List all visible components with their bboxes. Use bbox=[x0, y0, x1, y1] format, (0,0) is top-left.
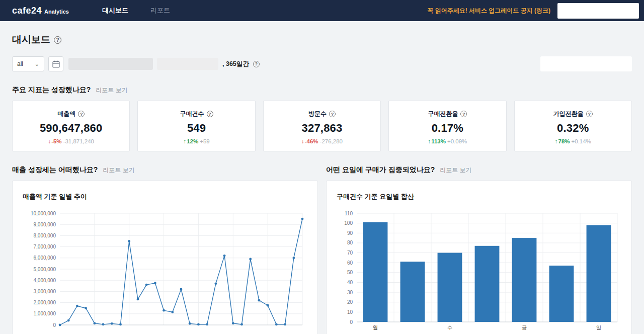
kpi-delta-pct: 113% bbox=[431, 138, 446, 144]
kpi-delta: ↑113%+0.09% bbox=[393, 138, 502, 144]
kpi-delta-abs: -31,871,240 bbox=[63, 138, 94, 144]
sales-report-link[interactable]: 리포트 보기 bbox=[103, 166, 134, 175]
svg-text:2,000,000: 2,000,000 bbox=[34, 300, 56, 305]
weekday-purchases-chart-title: 구매건수 기준 요일별 합산 bbox=[337, 192, 621, 201]
logo-text: cafe24 bbox=[12, 6, 42, 16]
navbar: cafe24 Analytics 대시보드 리포트 꼭 읽어주세요! 서비스 업… bbox=[0, 0, 644, 21]
arrow-up-icon: ↑ bbox=[428, 138, 431, 144]
kpi-delta-pct: 78% bbox=[558, 138, 570, 144]
kpi-delta: ↓-46%-276,280 bbox=[268, 138, 376, 144]
charts-row: 매출 성장세는 어떠했나요? 리포트 보기 매출액 기준 일별 추이 01,00… bbox=[12, 165, 632, 334]
kpi-report-link[interactable]: 리포트 보기 bbox=[96, 86, 127, 95]
kpi-card-visits: 방문수 ? 327,863 ↓-46%-276,280 bbox=[263, 101, 381, 151]
scope-select-value: all bbox=[17, 60, 23, 67]
weekday-column: 어떤 요일에 구매가 집중되었나요? 리포트 보기 구매건수 기준 요일별 합산… bbox=[326, 165, 632, 334]
sales-section-question: 매출 성장세는 어떠했나요? bbox=[12, 165, 98, 175]
kpi-card-purchase-conversion: 구매전환율 ? 0.17% ↑113%+0.09% bbox=[388, 101, 506, 151]
daily-sales-line-chart: 01,000,0002,000,0003,000,0004,000,0005,0… bbox=[23, 208, 307, 334]
upgrade-notice-link[interactable]: 꼭 읽어주세요! 서비스 업그레이드 공지 (링크) bbox=[427, 7, 550, 15]
kpi-section-head: 주요 지표는 성장했나요? 리포트 보기 bbox=[12, 86, 632, 95]
kpi-card-purchases: 구매건수 ? 549 ↑12%+59 bbox=[137, 101, 255, 151]
chevron-down-icon: ⌄ bbox=[35, 61, 39, 67]
kpi-label: 구매건수 bbox=[180, 110, 204, 118]
svg-text:100: 100 bbox=[344, 220, 353, 226]
svg-text:20: 20 bbox=[347, 299, 353, 305]
nav-tab-report[interactable]: 리포트 bbox=[139, 0, 181, 21]
svg-text:30: 30 bbox=[347, 290, 353, 295]
arrow-up-icon: ↑ bbox=[555, 138, 558, 144]
svg-text:90: 90 bbox=[347, 230, 353, 236]
svg-text:40: 40 bbox=[347, 280, 353, 285]
svg-text:6,000,000: 6,000,000 bbox=[34, 255, 56, 261]
arrow-down-icon: ↓ bbox=[301, 138, 304, 144]
sales-trend-column: 매출 성장세는 어떠했나요? 리포트 보기 매출액 기준 일별 추이 01,00… bbox=[12, 165, 318, 334]
svg-text:10: 10 bbox=[347, 309, 353, 315]
svg-text:0: 0 bbox=[350, 319, 353, 325]
date-picker-button[interactable] bbox=[48, 56, 63, 71]
kpi-card-sales: 매출액 ? 590,647,860 ↓-5%-31,871,240 bbox=[12, 101, 130, 151]
svg-text:5,000,000: 5,000,000 bbox=[34, 267, 56, 272]
info-icon[interactable]: ? bbox=[329, 111, 336, 117]
help-icon[interactable]: ? bbox=[54, 36, 61, 44]
kpi-delta: ↓-5%-31,871,240 bbox=[17, 138, 125, 144]
dashboard-page: 대시보드 ? all ⌄ , 365일간 ? 주요 지표는 성장했나요? bbox=[0, 21, 644, 334]
kpi-label: 방문수 bbox=[308, 110, 327, 118]
masked-filter-control[interactable] bbox=[540, 56, 632, 71]
svg-text:금: 금 bbox=[522, 324, 527, 330]
svg-text:50: 50 bbox=[347, 270, 353, 275]
kpi-label: 가입전환율 bbox=[553, 110, 584, 118]
svg-text:수: 수 bbox=[447, 324, 453, 330]
svg-text:일: 일 bbox=[596, 324, 602, 330]
svg-text:80: 80 bbox=[347, 240, 353, 245]
cafe24-logo[interactable]: cafe24 Analytics bbox=[12, 6, 69, 16]
kpi-card-signup-conversion: 가입전환율 ? 0.32% ↑78%+0.14% bbox=[514, 101, 632, 151]
kpi-label: 구매전환율 bbox=[428, 110, 458, 118]
sales-section-head: 매출 성장세는 어떠했나요? 리포트 보기 bbox=[12, 165, 318, 175]
weekday-report-link[interactable]: 리포트 보기 bbox=[440, 166, 471, 175]
info-icon[interactable]: ? bbox=[78, 111, 85, 117]
svg-text:110: 110 bbox=[345, 211, 353, 216]
masked-date-range[interactable] bbox=[68, 58, 153, 70]
scope-select[interactable]: all ⌄ bbox=[12, 56, 44, 71]
svg-text:9,000,000: 9,000,000 bbox=[34, 222, 56, 227]
kpi-delta-pct: -46% bbox=[305, 138, 318, 144]
kpi-delta: ↑78%+0.14% bbox=[519, 138, 627, 144]
main-nav: 대시보드 리포트 bbox=[91, 0, 181, 21]
kpi-value: 590,647,860 bbox=[17, 122, 125, 135]
info-icon[interactable]: ? bbox=[207, 111, 213, 117]
weekday-section-question: 어떤 요일에 구매가 집중되었나요? bbox=[326, 165, 435, 175]
daily-sales-chart-title: 매출액 기준 일별 추이 bbox=[23, 192, 307, 201]
page-title-row: 대시보드 ? bbox=[12, 33, 632, 46]
kpi-delta-pct: 12% bbox=[187, 138, 198, 144]
svg-text:3,000,000: 3,000,000 bbox=[34, 289, 56, 294]
kpi-delta-abs: +0.09% bbox=[447, 138, 467, 144]
svg-text:8,000,000: 8,000,000 bbox=[34, 233, 56, 238]
kpi-value: 0.32% bbox=[519, 122, 627, 135]
info-icon[interactable]: ? bbox=[586, 111, 593, 117]
masked-nav-control[interactable] bbox=[557, 3, 639, 19]
svg-text:4,000,000: 4,000,000 bbox=[34, 278, 56, 283]
kpi-grid: 매출액 ? 590,647,860 ↓-5%-31,871,240 구매건수 ?… bbox=[12, 101, 632, 151]
daily-sales-chart-card: 매출액 기준 일별 추이 01,000,0002,000,0003,000,00… bbox=[12, 181, 318, 334]
period-help-icon[interactable]: ? bbox=[253, 61, 260, 67]
page-title: 대시보드 bbox=[12, 33, 50, 46]
kpi-value: 0.17% bbox=[393, 122, 502, 135]
svg-text:7,000,000: 7,000,000 bbox=[34, 244, 56, 249]
svg-text:60: 60 bbox=[347, 260, 353, 266]
svg-text:0: 0 bbox=[53, 322, 56, 328]
info-icon[interactable]: ? bbox=[460, 111, 467, 117]
kpi-delta-abs: +0.14% bbox=[572, 138, 591, 144]
arrow-up-icon: ↑ bbox=[183, 138, 186, 144]
masked-date-compare[interactable] bbox=[157, 58, 218, 70]
kpi-label: 매출액 bbox=[57, 110, 75, 118]
weekday-section-head: 어떤 요일에 구매가 집중되었나요? 리포트 보기 bbox=[326, 165, 632, 175]
kpi-section-question: 주요 지표는 성장했나요? bbox=[12, 86, 91, 95]
svg-text:10,000,000: 10,000,000 bbox=[31, 211, 56, 216]
svg-text:70: 70 bbox=[347, 250, 353, 256]
nav-tab-dashboard[interactable]: 대시보드 bbox=[91, 0, 139, 21]
calendar-icon bbox=[52, 60, 60, 68]
svg-text:1,000,000: 1,000,000 bbox=[34, 311, 56, 316]
filter-row: all ⌄ , 365일간 ? bbox=[12, 56, 632, 71]
kpi-delta: ↑12%+59 bbox=[142, 138, 251, 144]
kpi-value: 549 bbox=[142, 122, 251, 135]
